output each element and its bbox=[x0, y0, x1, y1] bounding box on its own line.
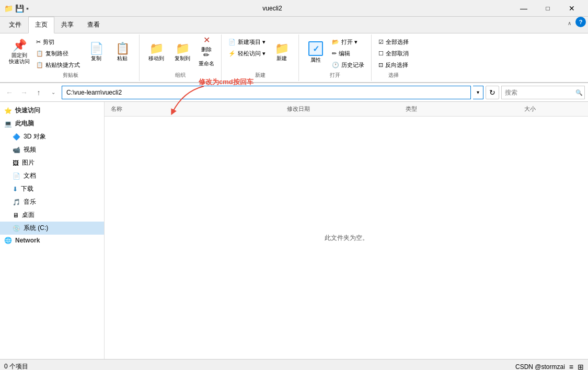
window-title: vuecli2 bbox=[33, 5, 512, 12]
select-label: 选择 bbox=[388, 71, 399, 79]
select-group: ☑ 全部选择 ☐ 全部取消 ⊡ 反向选择 选择 bbox=[372, 34, 416, 81]
copy-to-icon: 📁 bbox=[176, 43, 190, 54]
clipboard-group: 📌 固定到快速访问 ✂ 剪切 📋 复制路径 📋 粘贴快捷方式 📄 bbox=[2, 34, 140, 81]
desktop-icon: 🖥 bbox=[13, 212, 19, 219]
delete-button[interactable]: ✕ 删除 bbox=[196, 37, 217, 51]
pin-icon: 📌 bbox=[13, 40, 27, 51]
open-button[interactable]: 📂 打开 ▾ bbox=[329, 37, 367, 48]
new-top-col: 📄 新建项目 ▾ ⚡ 轻松访问 ▾ bbox=[226, 37, 268, 59]
recent-locations-button[interactable]: ⌄ bbox=[47, 86, 60, 99]
paste-button[interactable]: 📋 粘贴 bbox=[110, 37, 135, 68]
watermark: CSDN @stormzai bbox=[515, 363, 565, 371]
view-grid-icon[interactable]: ⊞ bbox=[578, 363, 584, 371]
maximize-button[interactable]: □ bbox=[536, 0, 560, 17]
open-group-content: ✓ 属性 📂 打开 ▾ ✏ 编辑 🕐 历史记录 bbox=[303, 37, 367, 71]
tab-share[interactable]: 共享 bbox=[54, 17, 80, 33]
new-folder-button[interactable]: 📁 新建 bbox=[269, 37, 294, 68]
back-button[interactable]: ← bbox=[3, 86, 16, 99]
properties-icon: ✓ bbox=[308, 41, 323, 56]
sidebar-item-3d[interactable]: 🔷 3D 对象 bbox=[0, 130, 104, 143]
deselect-all-icon: ☐ bbox=[378, 50, 384, 57]
address-dropdown[interactable]: ▾ bbox=[473, 86, 483, 99]
open-edit-col: 📂 打开 ▾ ✏ 编辑 🕐 历史记录 bbox=[329, 37, 367, 71]
paste-icon: 📋 bbox=[116, 43, 130, 54]
file-header: 名称 修改日期 类型 大小 bbox=[105, 102, 588, 117]
documents-icon: 📄 bbox=[13, 172, 20, 180]
sidebar-item-downloads[interactable]: ⬇ 下载 bbox=[0, 182, 104, 195]
paste-shortcut-button[interactable]: 📋 粘贴快捷方式 bbox=[33, 60, 83, 71]
ribbon: 📌 固定到快速访问 ✂ 剪切 📋 复制路径 📋 粘贴快捷方式 📄 bbox=[0, 33, 588, 83]
copy-path-icon: 📋 bbox=[36, 50, 43, 57]
copy-to-button[interactable]: 📁 复制到 bbox=[170, 37, 195, 68]
sidebar-item-system-c[interactable]: 💿 系统 (C:) bbox=[0, 222, 104, 235]
pin-to-quickaccess-button[interactable]: 📌 固定到快速访问 bbox=[6, 37, 32, 68]
organize-group: 📁 移动到 📁 复制到 ✕ 删除 ✏ 重命名 组织 bbox=[140, 34, 222, 81]
delete-rename-col: ✕ 删除 ✏ 重命名 bbox=[196, 37, 217, 66]
rename-button[interactable]: ✏ 重命名 bbox=[196, 52, 217, 66]
column-size[interactable]: 大小 bbox=[522, 104, 584, 114]
move-icon: 📁 bbox=[149, 43, 164, 54]
deselect-all-button[interactable]: ☐ 全部取消 bbox=[376, 48, 411, 59]
help-button[interactable]: ? bbox=[575, 17, 586, 27]
sidebar-this-pc[interactable]: 💻 此电脑 bbox=[0, 117, 104, 130]
copy-icon: 📄 bbox=[89, 43, 103, 54]
move-to-button[interactable]: 📁 移动到 bbox=[144, 37, 169, 68]
properties-button[interactable]: ✓ 属性 bbox=[303, 37, 328, 68]
ribbon-tabs: 文件 主页 共享 查看 ∧ ? bbox=[0, 17, 588, 33]
close-button[interactable]: ✕ bbox=[560, 0, 584, 17]
forward-button[interactable]: → bbox=[18, 86, 30, 99]
refresh-button[interactable]: ↻ bbox=[486, 86, 499, 99]
history-button[interactable]: 🕐 历史记录 bbox=[329, 60, 367, 71]
organize-group-content: 📁 移动到 📁 复制到 ✕ 删除 ✏ 重命名 bbox=[144, 37, 217, 71]
new-group: 📄 新建项目 ▾ ⚡ 轻松访问 ▾ 📁 新建 新建 bbox=[222, 34, 299, 81]
minimize-button[interactable]: — bbox=[512, 0, 536, 17]
star-icon: ⭐ bbox=[4, 107, 12, 114]
view-list-icon[interactable]: ≡ bbox=[569, 363, 573, 371]
edit-button[interactable]: ✏ 编辑 bbox=[329, 48, 367, 59]
sidebar-item-desktop[interactable]: 🖥 桌面 bbox=[0, 209, 104, 222]
search-input[interactable] bbox=[501, 86, 585, 99]
select-all-button[interactable]: ☑ 全部选择 bbox=[376, 37, 411, 48]
new-group-content: 📄 新建项目 ▾ ⚡ 轻松访问 ▾ 📁 新建 bbox=[226, 37, 294, 71]
copy-paste-col: ✂ 剪切 📋 复制路径 📋 粘贴快捷方式 bbox=[33, 37, 83, 71]
copy-button[interactable]: 📄 复制 bbox=[84, 37, 109, 68]
sidebar-network[interactable]: 🌐 Network bbox=[0, 235, 104, 246]
easy-access-icon: ⚡ bbox=[228, 50, 236, 57]
select-group-content: ☑ 全部选择 ☐ 全部取消 ⊡ 反向选择 bbox=[376, 37, 411, 71]
column-date[interactable]: 修改日期 bbox=[285, 104, 403, 114]
new-item-icon: 📄 bbox=[228, 39, 236, 45]
sidebar-item-music[interactable]: 🎵 音乐 bbox=[0, 195, 104, 209]
paste-shortcut-icon: 📋 bbox=[36, 62, 43, 68]
items-count: 0 个项目 bbox=[4, 362, 28, 370]
sidebar-quick-access[interactable]: ⭐ 快速访问 bbox=[0, 104, 104, 117]
invert-selection-button[interactable]: ⊡ 反向选择 bbox=[376, 60, 411, 71]
tab-home[interactable]: 主页 bbox=[28, 17, 54, 33]
up-button[interactable]: ↑ bbox=[32, 86, 45, 99]
open-group: ✓ 属性 📂 打开 ▾ ✏ 编辑 🕐 历史记录 打开 bbox=[299, 34, 372, 81]
new-item-button[interactable]: 📄 新建项目 ▾ bbox=[226, 37, 268, 48]
file-pane: 名称 修改日期 类型 大小 此文件夹为空。 bbox=[105, 102, 588, 359]
copy-path-button[interactable]: 📋 复制路径 bbox=[33, 48, 83, 59]
network-icon: 🌐 bbox=[4, 237, 12, 244]
sidebar-item-documents[interactable]: 📄 文档 bbox=[0, 169, 104, 182]
scissors-button[interactable]: ✂ 剪切 bbox=[33, 37, 83, 48]
rename-icon: ✏ bbox=[203, 51, 210, 59]
open-label: 打开 bbox=[330, 71, 340, 79]
column-type[interactable]: 类型 bbox=[403, 104, 522, 114]
select-col: ☑ 全部选择 ☐ 全部取消 ⊡ 反向选择 bbox=[376, 37, 411, 71]
column-name[interactable]: 名称 bbox=[109, 104, 285, 114]
easy-access-button[interactable]: ⚡ 轻松访问 ▾ bbox=[226, 48, 268, 59]
status-right: CSDN @stormzai ≡ ⊞ bbox=[515, 363, 584, 371]
menu-icon-small: ▪ bbox=[26, 4, 29, 13]
sidebar-item-pictures[interactable]: 🖼 图片 bbox=[0, 156, 104, 169]
tab-file[interactable]: 文件 bbox=[2, 17, 28, 33]
invert-selection-icon: ⊡ bbox=[378, 62, 383, 68]
ribbon-collapse-button[interactable]: ∧ bbox=[563, 17, 575, 29]
tab-view[interactable]: 查看 bbox=[80, 17, 107, 33]
clipboard-label: 剪贴板 bbox=[63, 71, 78, 79]
file-empty-message: 此文件夹为空。 bbox=[105, 117, 588, 359]
address-input[interactable] bbox=[62, 86, 471, 99]
sidebar: ⭐ 快速访问 💻 此电脑 🔷 3D 对象 📹 视频 🖼 图片 📄 文档 ⬇ 下载 bbox=[0, 102, 105, 359]
sidebar-item-video[interactable]: 📹 视频 bbox=[0, 143, 104, 156]
video-icon: 📹 bbox=[13, 146, 20, 154]
